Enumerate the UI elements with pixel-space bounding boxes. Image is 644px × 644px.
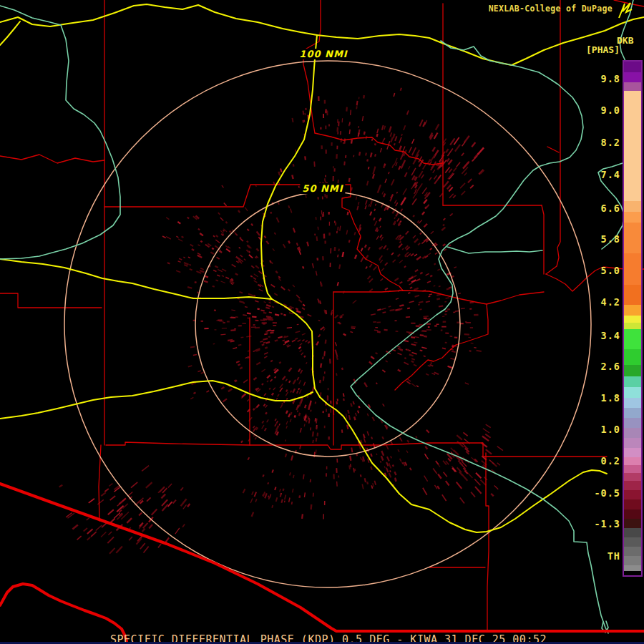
colorbar-segment [624,408,641,418]
colorbar-segment [624,365,641,376]
colorbar-segment [624,323,641,329]
highway-lines [0,4,644,532]
range-rings [64,61,591,587]
colorbar-segment [624,349,641,365]
colorbar-tick-label: TH [563,550,620,562]
radar-map [0,0,644,644]
colorbar-segment [624,253,641,285]
colorbar-tick-label: 6.6 [563,203,620,214]
colorbar-segment [624,428,641,438]
colorbar-tick-label: -1.3 [563,518,620,530]
colorbar-segment [624,465,641,473]
colorbar [623,60,643,577]
colorbar-segment [624,509,641,519]
colorbar-segment [624,82,641,91]
colorbar-tick-label: 5.8 [563,233,620,245]
colorbar-tick-label: 0.2 [563,455,620,467]
colorbar-tick-label: 3.4 [563,330,620,341]
colorbar-segment [624,398,641,408]
colorbar-segment [624,62,641,72]
colorbar-segment [624,499,641,509]
radar-echoes [59,87,503,554]
range-ring-label-50nmi: 50 NMI [300,183,345,194]
colorbar-tick-label: 5.0 [563,265,620,276]
colorbar-segment [624,316,641,323]
range-ring-label-100nmi: 100 NMI [297,49,349,59]
colorbar-segment [624,91,641,201]
colorbar-segment [624,305,641,316]
colorbar-tick-label: 1.0 [563,424,620,435]
colorbar-segment [624,473,641,481]
page-title: NEXLAB-College of DuPage [489,4,613,14]
colorbar-segment [624,201,641,212]
colorbar-segment [624,418,641,428]
colorbar-tick-label: -0.5 [563,487,620,499]
colorbar-segment [624,457,641,465]
colorbar-tick-label: 7.4 [563,169,620,180]
colorbar-segment [624,212,641,223]
colorbar-tick-label: 9.0 [563,104,620,116]
colorbar-tick-label: 4.2 [563,296,620,308]
radar-viewer: NEXLAB-College of DuPage DKB [PHAS] 9.89… [0,0,644,644]
colorbar-tick-label: 8.2 [563,137,620,148]
colorbar-segment [624,329,641,349]
county-lines [0,0,644,632]
colorbar-segment [624,72,641,82]
colorbar-param-label: [PHAS] [586,44,620,55]
colorbar-segment [624,547,641,556]
colorbar-segment [624,528,641,537]
colorbar-segment [624,565,641,571]
colorbar-segment [624,438,641,448]
colorbar-segment [624,223,641,253]
colorbar-segment [624,571,641,573]
colorbar-segment [624,285,641,305]
colorbar-segment [624,556,641,565]
colorbar-tick-label: 1.8 [563,392,620,404]
river-lines [0,0,642,633]
interstate-lines [0,484,644,641]
colorbar-segment [624,519,641,528]
colorbar-segment [624,376,641,387]
colorbar-segment [624,448,641,457]
colorbar-tick-label: 9.8 [563,73,620,84]
cod-logo-icon [615,1,635,21]
colorbar-segment [624,490,641,499]
colorbar-segment [624,387,641,398]
colorbar-segment [624,537,641,547]
colorbar-segment [624,481,641,490]
colorbar-tick-label: 2.6 [563,361,620,372]
